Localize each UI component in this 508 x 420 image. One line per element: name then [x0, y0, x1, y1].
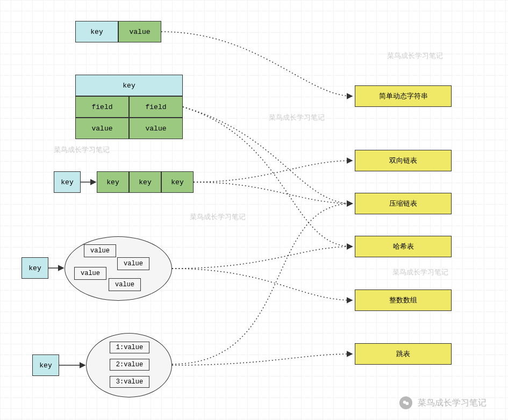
label: 简单动态字符串 [379, 91, 428, 101]
label: field [145, 103, 166, 111]
hash-field-0: field [75, 96, 129, 118]
target-linkedlist: 双向链表 [355, 150, 452, 171]
label: value [124, 260, 143, 267]
zset-entry-2: 3:value [110, 376, 149, 388]
label: key [90, 28, 103, 36]
label: 整数数组 [389, 295, 417, 305]
set-value-3: value [109, 278, 141, 291]
target-hashtable: 哈希表 [355, 236, 452, 257]
label: value [81, 270, 100, 277]
label: 跳表 [396, 349, 410, 359]
label: key [123, 82, 135, 90]
label: key [139, 178, 151, 186]
label: field [91, 103, 112, 111]
list-item-2: key [161, 171, 194, 193]
label: value [145, 125, 166, 133]
wechat-icon [399, 396, 412, 409]
zset-key-cell: key [32, 354, 59, 376]
label: key [39, 361, 52, 370]
set-value-1: value [117, 257, 149, 270]
watermark-4: 菜鸟成长学习笔记 [190, 212, 246, 222]
label: 3:value [116, 378, 143, 386]
hash-value-0: value [75, 118, 129, 139]
svg-point-4 [405, 402, 409, 405]
label: 2:value [116, 361, 143, 368]
watermark-3: 菜鸟成长学习笔记 [54, 145, 110, 155]
label: value [91, 125, 112, 133]
label: 1:value [116, 344, 143, 351]
target-ziplist: 压缩链表 [355, 193, 452, 214]
zset-entry-0: 1:value [110, 342, 149, 353]
zset-entry-1: 2:value [110, 359, 149, 371]
label: key [171, 178, 183, 186]
list-item-1: key [129, 171, 161, 193]
label: value [90, 247, 110, 255]
footer-badge: 菜鸟成长学习笔记 [399, 396, 486, 409]
target-intset: 整数数组 [355, 289, 452, 311]
set-value-2: value [74, 267, 106, 280]
target-skiplist: 跳表 [355, 343, 452, 365]
footer-text: 菜鸟成长学习笔记 [418, 397, 486, 409]
string-key-cell: key [75, 21, 118, 42]
label: key [28, 264, 41, 272]
watermark-5: 菜鸟成长学习笔记 [392, 267, 448, 277]
list-key-cell: key [54, 171, 81, 193]
label: key [61, 178, 73, 186]
hash-field-1: field [129, 96, 183, 118]
set-key-cell: key [22, 257, 48, 279]
watermark-1: 菜鸟成长学习笔记 [387, 51, 443, 61]
hash-key-header: key [75, 75, 183, 96]
target-sds: 简单动态字符串 [355, 85, 452, 107]
hash-value-1: value [129, 118, 183, 139]
label: value [115, 281, 134, 288]
watermark-2: 菜鸟成长学习笔记 [269, 113, 325, 122]
label: value [129, 28, 150, 36]
list-item-0: key [97, 171, 129, 193]
label: 双向链表 [389, 156, 417, 165]
label: 压缩链表 [389, 199, 417, 208]
set-value-0: value [84, 244, 116, 257]
label: 哈希表 [393, 242, 414, 251]
label: key [106, 178, 119, 186]
string-value-cell: value [118, 21, 161, 42]
